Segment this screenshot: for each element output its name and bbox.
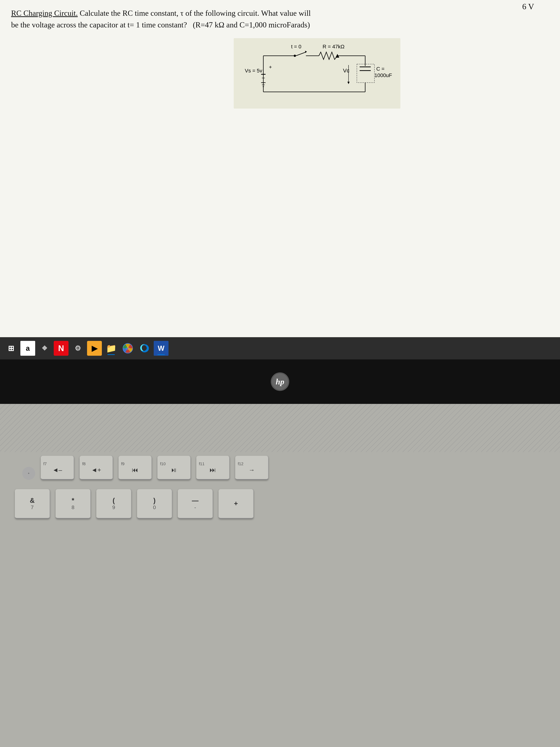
function-keys-row: • f7 ◄– f8 ◄+ f9 ⏮ f10 ⏯ f11 ⏭ f12 → [22, 456, 268, 480]
question-text: RC Charging Circuit. Calculate the RC ti… [11, 7, 549, 31]
asterisk-key[interactable]: * 8 [56, 489, 91, 519]
file-explorer-button[interactable]: 📁 [104, 341, 118, 356]
f10-label: f10 [160, 462, 166, 466]
word-button[interactable]: W [154, 341, 168, 356]
screen-content: 6 V RC Charging Circuit. Calculate the R… [0, 0, 560, 337]
rparen-key[interactable]: ) 0 [137, 489, 172, 519]
laptop-screen: 6 V RC Charging Circuit. Calculate the R… [0, 0, 560, 408]
folder-icon: 📁 [106, 343, 116, 353]
minus-key[interactable]: — - [178, 489, 213, 519]
circuit-svg: t = 0 R = 47kΩ [234, 38, 400, 108]
amazon-icon: a [26, 344, 30, 352]
plus-label: + [269, 64, 272, 70]
keyboard-area: • f7 ◄– f8 ◄+ f9 ⏮ f10 ⏯ f11 ⏭ f12 → [0, 404, 560, 747]
f9-icon: ⏮ [132, 466, 138, 473]
f12-key[interactable]: f12 → [235, 456, 268, 480]
edge-icon [139, 343, 150, 354]
zero-bottom: 0 [153, 505, 156, 510]
plus-top: + [234, 500, 238, 508]
r-label: R = 47kΩ [323, 44, 344, 49]
f10-icon: ⏯ [171, 466, 177, 473]
gear-icon: ⚙ [75, 344, 81, 352]
lparen-key[interactable]: ( 9 [96, 489, 132, 519]
question-line2: be the voltage across the capacitor at t… [11, 21, 310, 29]
seven-bottom: 7 [31, 505, 34, 510]
grid-icon: ❖ [42, 344, 47, 352]
netflix-icon: N [58, 344, 64, 353]
vent-lines [0, 404, 560, 452]
f11-label: f11 [199, 462, 205, 466]
minus-bottom: - [194, 505, 196, 510]
f11-icon: ⏭ [210, 466, 216, 473]
windows-start-button[interactable]: ⊞ [4, 341, 19, 356]
nine-bottom: 9 [112, 505, 115, 510]
hp-logo-area: hp [0, 359, 560, 404]
f8-label: f8 [82, 462, 85, 466]
f8-key[interactable]: f8 ◄+ [80, 456, 113, 480]
sticky-icon: ▶ [92, 344, 98, 353]
question-line1: Calculate the RC time constant, τ of the… [80, 9, 311, 18]
f7-key[interactable]: f7 ◄– [41, 456, 74, 480]
t-label: t = 0 [291, 44, 301, 49]
sticky-notes-button[interactable]: ▶ [87, 341, 102, 356]
f10-key[interactable]: f10 ⏯ [157, 456, 191, 480]
f11-key[interactable]: f11 ⏭ [196, 456, 230, 480]
chrome-button[interactable] [121, 341, 135, 356]
amazon-button[interactable]: a [20, 341, 35, 356]
f7-label: f7 [43, 462, 47, 466]
chrome-icon [123, 343, 133, 354]
four-squares-button[interactable]: ❖ [37, 341, 52, 356]
netflix-button[interactable]: N [54, 341, 69, 356]
dot-key[interactable]: • [22, 467, 35, 480]
edge-button[interactable] [137, 341, 152, 356]
plus-key[interactable]: + [218, 489, 254, 519]
f9-key[interactable]: f9 ⏮ [118, 456, 152, 480]
c-value: 1000uF [374, 73, 392, 78]
ampersand-top: & [30, 497, 35, 505]
start-icon: ⊞ [8, 344, 14, 353]
svg-text:hp: hp [276, 377, 284, 386]
minus-top: — [192, 497, 198, 505]
taskbar: ⊞ a ❖ N ⚙ ▶ 📁 [0, 337, 560, 359]
char-keys-row: & 7 * 8 ( 9 ) 0 — - + [15, 489, 254, 519]
asterisk-top: * [72, 497, 74, 505]
svg-point-1 [294, 55, 296, 57]
lparen-top: ( [113, 497, 115, 505]
question-underline: RC Charging Circuit. [11, 9, 78, 18]
hp-logo: hp [271, 372, 289, 391]
rparen-top: ) [153, 497, 156, 505]
circuit-diagram: t = 0 R = 47kΩ [234, 38, 400, 108]
f8-icon: ◄+ [91, 466, 101, 473]
settings-button[interactable]: ⚙ [70, 341, 85, 356]
f12-label: f12 [238, 462, 243, 466]
hp-logo-svg: hp [272, 373, 288, 390]
ampersand-key[interactable]: & 7 [15, 489, 50, 519]
voltage-label: 6 V [522, 2, 534, 11]
f9-label: f9 [121, 462, 125, 466]
word-icon: W [158, 344, 164, 352]
c-label: C = [376, 66, 384, 72]
f7-icon: ◄– [52, 466, 62, 473]
eight-bottom: 8 [72, 505, 75, 510]
f12-icon: → [248, 466, 255, 473]
vs-label: Vs = 5v [245, 68, 262, 74]
